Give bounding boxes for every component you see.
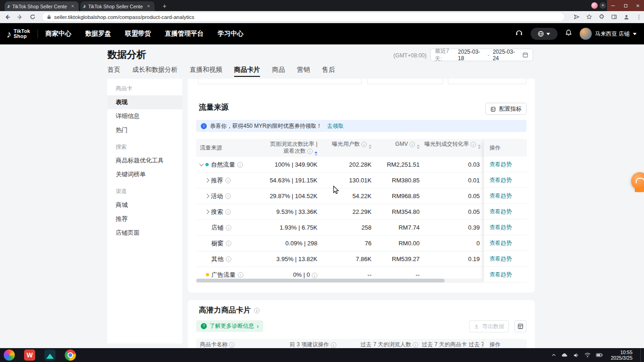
- view-trend-link[interactable]: 查看趋势: [489, 271, 512, 278]
- sidebar-item-mall[interactable]: 商城: [107, 198, 182, 212]
- col-conversion-rate[interactable]: 曝光到成交转化率 i: [421, 139, 483, 157]
- tiktok-shop-logo[interactable]: ♪ TikTokShop: [6, 29, 30, 39]
- browser-tab-1[interactable]: ♪ TikTok Shop Seller Center | Cr ×: [5, 1, 79, 11]
- view-trend-link[interactable]: 查看趋势: [489, 224, 512, 231]
- tab-product[interactable]: 商品: [272, 66, 285, 77]
- tab-product-card[interactable]: 商品卡片: [234, 66, 260, 77]
- table-view-button[interactable]: [514, 320, 526, 332]
- nav-item-learning-center[interactable]: 学习中心: [217, 30, 243, 38]
- window-close-button[interactable]: ✕: [632, 0, 644, 11]
- date-range-picker[interactable]: 最近7天: 2025-03-18 - 2025-03-24: [430, 49, 533, 61]
- sort-icon[interactable]: [417, 144, 420, 149]
- tray-battery-icon[interactable]: [596, 353, 603, 357]
- chevron-right-icon[interactable]: [205, 194, 210, 199]
- info-icon[interactable]: i: [225, 178, 231, 183]
- info-icon[interactable]: i: [307, 149, 313, 154]
- view-trend-link[interactable]: 查看趋势: [489, 193, 512, 199]
- language-selector[interactable]: [531, 28, 557, 40]
- site-info-lock-icon[interactable]: [47, 14, 51, 19]
- nav-item-affiliate[interactable]: 联盟带货: [125, 30, 151, 38]
- taskbar-chrome-icon[interactable]: [65, 350, 76, 361]
- back-button[interactable]: [2, 12, 12, 22]
- sidebar-item-recommend[interactable]: 推荐: [107, 212, 182, 226]
- info-icon[interactable]: i: [312, 273, 317, 278]
- info-icon[interactable]: i: [413, 342, 418, 348]
- info-icon[interactable]: i: [226, 241, 231, 246]
- view-trend-link[interactable]: 查看趋势: [489, 177, 512, 183]
- tab-after-sale[interactable]: 售后: [322, 66, 335, 77]
- view-trend-link[interactable]: 查看趋势: [489, 256, 512, 262]
- view-trend-link[interactable]: 查看趋势: [489, 161, 512, 168]
- horizontal-scrollbar[interactable]: [196, 279, 483, 282]
- support-float-button[interactable]: [631, 172, 644, 190]
- info-icon[interactable]: i: [226, 256, 231, 262]
- side-panel-icon[interactable]: [609, 12, 619, 22]
- view-trend-link[interactable]: 查看趋势: [489, 240, 512, 246]
- sidebar-item-shop-page[interactable]: 店铺页面: [107, 226, 182, 240]
- taskbar-wps-icon[interactable]: W: [24, 350, 35, 361]
- tray-expand-chevron-icon[interactable]: [551, 353, 556, 357]
- view-trend-link[interactable]: 查看趋势: [489, 208, 512, 215]
- chevron-down-icon[interactable]: [199, 162, 204, 166]
- browser-avatar-icon[interactable]: [621, 12, 632, 22]
- info-icon[interactable]: i: [254, 308, 260, 313]
- tab-home[interactable]: 首页: [107, 66, 120, 77]
- configure-metrics-button[interactable]: 配置指标: [485, 103, 526, 115]
- info-icon[interactable]: i: [225, 209, 231, 215]
- tab-search-icon[interactable]: ▾: [600, 2, 606, 9]
- address-bar[interactable]: seller.tiktokglobalshop.com/compass/prod…: [42, 12, 564, 21]
- nav-item-live-management[interactable]: 直播管理平台: [165, 30, 204, 38]
- notifications-bell-icon[interactable]: [565, 29, 572, 38]
- info-icon[interactable]: i: [226, 225, 231, 231]
- claim-coupon-link[interactable]: 去领取: [327, 122, 344, 130]
- browser-profile-avatar[interactable]: [591, 2, 598, 9]
- sort-icon[interactable]: [478, 144, 481, 149]
- taskbar-app-icon-1[interactable]: [4, 350, 15, 361]
- sort-icon[interactable]: [315, 151, 317, 156]
- bookmark-star-icon[interactable]: [584, 12, 594, 22]
- info-icon[interactable]: i: [237, 162, 243, 168]
- sidebar-item-performance[interactable]: 表现: [107, 95, 182, 109]
- tray-network-wifi-icon[interactable]: [584, 352, 591, 358]
- info-icon[interactable]: i: [331, 342, 336, 348]
- forward-button[interactable]: [15, 12, 25, 22]
- account-switcher[interactable]: 马来西亚 店铺: [580, 28, 637, 40]
- tray-onedrive-icon[interactable]: [561, 352, 568, 358]
- col-pv-ratio[interactable]: 页面浏览次数比率 | 观看次数 i: [266, 139, 319, 157]
- window-minimize-button[interactable]: [607, 0, 619, 11]
- tab-live-video[interactable]: 直播和视频: [190, 66, 222, 77]
- nav-item-data-compass[interactable]: 数据罗盘: [85, 30, 111, 38]
- sidebar-item-title-optimizer[interactable]: 商品标题优化工具: [107, 154, 182, 168]
- tab-growth-analytics[interactable]: 成长和数据分析: [132, 66, 178, 77]
- sidebar-item-details[interactable]: 详细信息: [107, 109, 182, 123]
- tray-speaker-icon[interactable]: [573, 352, 579, 358]
- share-icon[interactable]: [571, 12, 582, 22]
- col-gmv[interactable]: GMV i: [373, 139, 421, 157]
- sidebar-item-keyword-ranking[interactable]: 关键词榜单: [107, 168, 182, 181]
- window-maximize-button[interactable]: [619, 0, 632, 11]
- taskbar-photos-icon[interactable]: [44, 350, 56, 361]
- info-icon[interactable]: i: [229, 342, 235, 348]
- diagnosis-link[interactable]: ? 了解更多诊断信息 ›: [196, 320, 263, 332]
- browser-menu-kebab-icon[interactable]: ⋮: [634, 12, 644, 22]
- new-tab-button[interactable]: +: [160, 2, 169, 11]
- nav-item-merchant-center[interactable]: 商家中心: [45, 30, 71, 38]
- scrollbar-thumb[interactable]: [196, 279, 445, 282]
- sort-icon[interactable]: [369, 144, 372, 149]
- extensions-puzzle-icon[interactable]: [596, 12, 607, 22]
- info-icon[interactable]: i: [238, 272, 243, 278]
- info-icon[interactable]: i: [225, 193, 231, 199]
- info-icon[interactable]: i: [409, 142, 415, 147]
- tab-close-icon[interactable]: ×: [69, 3, 76, 10]
- info-icon[interactable]: i: [471, 142, 476, 147]
- sidebar-item-hot[interactable]: 热门: [107, 123, 182, 137]
- tab-close-icon[interactable]: ×: [145, 3, 152, 10]
- show-desktop-strip[interactable]: [640, 348, 642, 362]
- chevron-right-icon[interactable]: [205, 210, 210, 214]
- col-exposed-users[interactable]: 曝光用户数 i: [319, 139, 373, 157]
- browser-tab-2[interactable]: ♪ TikTok Shop Seller Center | Cr ×: [80, 1, 155, 11]
- chevron-right-icon[interactable]: [205, 178, 210, 183]
- info-icon[interactable]: i: [361, 142, 367, 147]
- tab-marketing[interactable]: 营销: [297, 66, 310, 77]
- export-data-button[interactable]: 导出数据: [469, 320, 509, 332]
